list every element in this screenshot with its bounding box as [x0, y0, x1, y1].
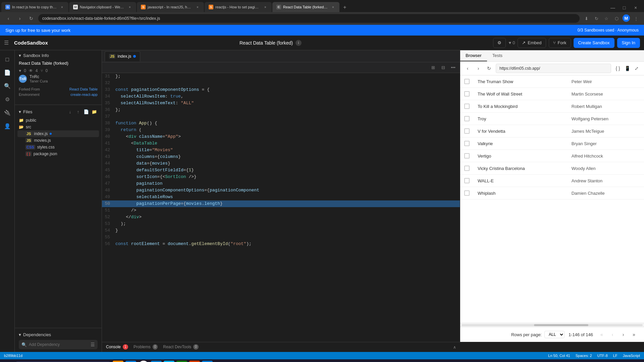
- preview-tab-browser[interactable]: Browser: [460, 50, 487, 61]
- row-checkbox[interactable]: [464, 166, 470, 171]
- console-tab[interactable]: Console 1: [106, 342, 128, 352]
- folder-public[interactable]: 📁 public: [17, 117, 99, 124]
- files-title[interactable]: ▾ Files: [19, 109, 32, 114]
- new-folder-icon[interactable]: 📁: [91, 108, 98, 115]
- browser-tab-4[interactable]: S reactjs - How to set paginationR... ×: [205, 2, 272, 12]
- row-checkbox-cell[interactable]: [460, 125, 474, 137]
- split-horizontal-icon[interactable]: ⊞: [429, 64, 437, 72]
- sidebar-icon-plugins[interactable]: 🔌: [1, 107, 13, 119]
- scrollbar-thumb[interactable]: [534, 324, 588, 326]
- file-movies-js[interactable]: JS movies.js: [17, 137, 99, 144]
- taskbar-app-code[interactable]: VS: [151, 361, 162, 362]
- sidebar-icon-files[interactable]: 📄: [1, 66, 13, 78]
- preview-reload-btn[interactable]: ↻: [485, 64, 493, 72]
- sandbox-info-header[interactable]: ▾ Sandbox Info: [19, 53, 98, 58]
- close-btn[interactable]: ×: [631, 3, 640, 12]
- extensions-icon[interactable]: ⬡: [612, 14, 621, 22]
- maximize-btn[interactable]: □: [620, 3, 629, 12]
- dep-menu-icon[interactable]: ☰: [91, 342, 95, 347]
- last-page-btn[interactable]: »: [629, 330, 639, 339]
- preview-url-bar[interactable]: https://d6m05.csb.app/: [496, 64, 611, 73]
- hamburger-icon[interactable]: ☰: [4, 40, 9, 46]
- sort-down-icon[interactable]: ↓: [67, 108, 73, 115]
- row-checkbox-cell[interactable]: [460, 187, 474, 199]
- browser-tab-5[interactable]: C React Data Table (forked) - Code... ×: [272, 2, 339, 12]
- taskbar-app-fe[interactable]: e: [113, 361, 123, 362]
- tab-close-4[interactable]: ×: [263, 5, 268, 9]
- file-index-js[interactable]: JS index.js: [17, 130, 99, 137]
- problems-tab[interactable]: Problems 0: [133, 342, 158, 352]
- sidebar-icon-logo[interactable]: ◻: [1, 53, 13, 65]
- encoding-info[interactable]: UTF-8: [597, 354, 608, 358]
- row-checkbox-cell[interactable]: [460, 75, 474, 88]
- row-checkbox-cell[interactable]: [460, 137, 474, 150]
- next-page-btn[interactable]: ›: [619, 330, 628, 339]
- row-checkbox-cell[interactable]: [460, 113, 474, 125]
- forward-btn[interactable]: ›: [15, 14, 24, 23]
- info-badge[interactable]: ℹ: [296, 40, 302, 46]
- row-checkbox[interactable]: [464, 178, 470, 183]
- taskbar-app-orange2[interactable]: ⬡: [189, 361, 200, 362]
- more-options-icon[interactable]: •••: [449, 64, 457, 72]
- add-dependency-input[interactable]: [29, 342, 89, 347]
- row-checkbox[interactable]: [464, 153, 470, 159]
- console-collapse-btn[interactable]: ∧: [453, 345, 456, 350]
- forked-from-value[interactable]: React Data Table: [69, 87, 98, 91]
- row-checkbox[interactable]: [464, 91, 470, 97]
- cursor-position[interactable]: Ln 50, Col 41: [548, 354, 570, 358]
- sidebar-icon-search[interactable]: 🔍: [1, 80, 13, 92]
- app-logo[interactable]: CodeSandbox: [14, 40, 48, 46]
- profile-icon[interactable]: M: [623, 14, 630, 22]
- reload2-icon[interactable]: ↻: [592, 14, 600, 22]
- browser-tab-2[interactable]: M Navigator.clipboard - Web APIs | ... ×: [69, 2, 136, 12]
- preview-fullscreen-icon[interactable]: ⤢: [633, 64, 641, 72]
- file-styles-css[interactable]: CSS styles.css: [17, 144, 99, 150]
- horizontal-scrollbar[interactable]: [460, 323, 644, 327]
- download-icon[interactable]: ⬇: [582, 14, 590, 22]
- line-ending-info[interactable]: LF: [613, 354, 618, 358]
- prev-page-btn[interactable]: ‹: [608, 330, 617, 339]
- row-checkbox[interactable]: [464, 104, 470, 109]
- star-icon[interactable]: ☆: [602, 14, 610, 22]
- reload-btn[interactable]: ↻: [27, 14, 36, 23]
- signin-button[interactable]: Sign In: [617, 38, 640, 48]
- row-checkbox-cell[interactable]: [460, 175, 474, 187]
- create-sandbox-button[interactable]: Create Sandbox: [574, 38, 614, 48]
- row-checkbox[interactable]: [464, 141, 470, 146]
- row-checkbox[interactable]: [464, 79, 470, 84]
- spaces-info[interactable]: Spaces: 2: [576, 354, 592, 358]
- sort-up-icon[interactable]: ↑: [75, 108, 82, 115]
- preview-code-icon[interactable]: { }: [614, 64, 622, 72]
- devtools-tab[interactable]: React DevTools 0: [163, 342, 199, 352]
- row-checkbox-cell[interactable]: [460, 150, 474, 162]
- tab-close-1[interactable]: ×: [60, 5, 64, 9]
- row-checkbox-cell[interactable]: [460, 88, 474, 100]
- row-checkbox[interactable]: [464, 128, 470, 134]
- settings-btn[interactable]: ⚙: [493, 38, 506, 48]
- deps-header[interactable]: ▾ Dependencies: [19, 332, 98, 337]
- rows-per-page-select[interactable]: ALL: [544, 331, 565, 338]
- fork-button[interactable]: ⑂ Fork: [549, 38, 571, 48]
- first-page-btn[interactable]: «: [597, 330, 606, 339]
- folder-src[interactable]: 📂 src: [17, 124, 99, 130]
- row-checkbox-cell[interactable]: [460, 100, 474, 113]
- row-checkbox[interactable]: [464, 190, 470, 196]
- split-vertical-icon[interactable]: ⊟: [439, 64, 447, 72]
- browser-tab-1[interactable]: G In react js how to copy the list of...…: [1, 2, 68, 12]
- preview-forward-btn[interactable]: ›: [474, 64, 482, 72]
- taskbar-app-green[interactable]: ◻: [176, 361, 187, 362]
- menu-icon[interactable]: ⋮: [632, 14, 640, 22]
- address-bar[interactable]: codesandbox.io/s/react-data-table-forked…: [38, 14, 580, 23]
- language-info[interactable]: JavaScript: [623, 354, 640, 358]
- row-checkbox[interactable]: [464, 116, 470, 121]
- tab-close-3[interactable]: ×: [195, 5, 200, 9]
- minimize-btn[interactable]: —: [608, 3, 617, 12]
- sidebar-icon-settings[interactable]: ⚙: [1, 93, 13, 105]
- code-editor[interactable]: 31 }; 32 33 const paginationComponentOpt…: [102, 73, 460, 342]
- editor-tab-index-js[interactable]: JS index.js: [105, 51, 140, 61]
- new-file-icon[interactable]: 📄: [83, 108, 90, 115]
- back-btn[interactable]: ‹: [4, 14, 13, 23]
- taskbar-app-blue2[interactable]: ✈: [202, 361, 213, 362]
- scrollbar-track[interactable]: [462, 324, 643, 326]
- browser-tab-3[interactable]: S javascript - In reactJS, how to co... …: [137, 2, 204, 12]
